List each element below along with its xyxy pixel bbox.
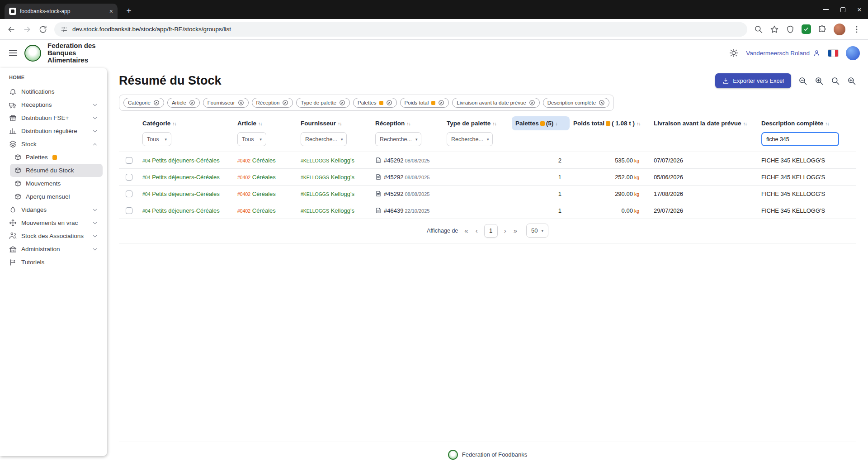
sidebar-item-tutoriels[interactable]: Tutoriels	[5, 256, 103, 269]
hamburger-menu-icon[interactable]	[8, 48, 18, 58]
new-tab-button[interactable]: +	[123, 5, 135, 17]
row-checkbox[interactable]	[126, 174, 132, 181]
tab-title: foodbanks-stock-app	[20, 8, 106, 14]
sidebar-item-stock[interactable]: Stock	[5, 138, 103, 151]
remove-filter-icon[interactable]	[339, 100, 345, 106]
remove-filter-icon[interactable]	[189, 100, 195, 106]
window-minimize-button[interactable]	[823, 9, 829, 10]
forward-button[interactable]	[23, 25, 32, 34]
browser-profile-avatar[interactable]	[834, 24, 845, 35]
theme-toggle-sun-icon[interactable]	[729, 48, 738, 57]
search-lens-icon[interactable]	[754, 25, 763, 34]
check-extension-icon[interactable]	[802, 24, 811, 34]
filter-chip-type-de-palette[interactable]: Type de palette	[296, 98, 350, 108]
table-row[interactable]: #04 Petits déjeuners-Céréales #0402 Céré…	[119, 186, 856, 202]
column-header-article[interactable]: Article↑↓	[234, 116, 297, 130]
remove-filter-icon[interactable]	[238, 100, 244, 106]
sidebar-item-distribution-reguliere[interactable]: Distribution régulière	[5, 124, 103, 138]
sidebar-item-icon	[9, 101, 17, 109]
filter-chip-description-complete[interactable]: Description complète	[543, 98, 609, 108]
table-row[interactable]: #04 Petits déjeuners-Céréales #0402 Céré…	[119, 169, 856, 186]
sidebar-item-resume-du-stock[interactable]: Résumé du Stock	[10, 164, 103, 177]
column-header-palettes[interactable]: Palettes(5)↓	[512, 116, 570, 130]
filter-chip-palettes[interactable]: Palettes	[353, 98, 397, 108]
extensions-puzzle-icon[interactable]	[818, 25, 827, 34]
column-header-poids-total[interactable]: Poids total( 1.08 t )↑↓	[570, 116, 650, 130]
pagination-last-button[interactable]: »	[513, 227, 518, 234]
shield-extension-icon[interactable]	[786, 25, 795, 34]
article-filter-select[interactable]: Tous▾	[237, 132, 266, 146]
sidebar-item-notifications[interactable]: Notifications	[5, 85, 103, 98]
user-menu[interactable]: Vandermeersch Roland	[746, 49, 821, 57]
sidebar-item-receptions[interactable]: Réceptions	[5, 98, 103, 111]
stock-table: Catégorie↑↓ Article↑↓ Fournisseur↑↓ Réce…	[119, 116, 856, 219]
remove-filter-icon[interactable]	[153, 100, 160, 106]
remove-filter-icon[interactable]	[438, 100, 444, 106]
search-icon[interactable]	[831, 76, 840, 86]
filter-chip-article[interactable]: Article	[167, 98, 200, 108]
browser-tab[interactable]: foodbanks-stock-app ×	[5, 4, 118, 19]
filter-chip-categorie[interactable]: Catégorie	[123, 98, 164, 108]
column-header-categorie[interactable]: Catégorie↑↓	[139, 116, 234, 130]
sidebar-item-mouvements[interactable]: Mouvements	[10, 177, 103, 190]
row-checkbox[interactable]	[126, 157, 132, 164]
description-filter-input[interactable]	[761, 132, 839, 146]
table-row[interactable]: #04 Petits déjeuners-Céréales #0402 Céré…	[119, 202, 856, 219]
table-row[interactable]: #04 Petits déjeuners-Céréales #0402 Céré…	[119, 152, 856, 169]
pagination-first-button[interactable]: «	[463, 227, 469, 234]
zoom-in-icon[interactable]	[815, 76, 824, 86]
sidebar-item-mouvements-en-vrac[interactable]: Mouvements en vrac	[5, 216, 103, 229]
row-checkbox[interactable]	[126, 207, 132, 214]
export-excel-button[interactable]: Exporter vers Excel	[715, 73, 791, 88]
sidebar-item-label: Distribution FSE+	[21, 114, 69, 121]
org-logo[interactable]	[24, 45, 41, 62]
pagination-page-1[interactable]: 1	[484, 224, 498, 238]
filter-chip-fournisseur[interactable]: Fournisseur	[203, 98, 249, 108]
sidebar-item-vidanges[interactable]: Vidanges	[5, 203, 103, 216]
sidebar-item-administration[interactable]: Administration	[5, 243, 103, 256]
filter-chip-label: Fournisseur	[208, 100, 235, 105]
page-size-select[interactable]: 50▾	[526, 224, 548, 238]
pagination-prev-button[interactable]: ‹	[475, 227, 479, 234]
window-close-button[interactable]: ×	[857, 6, 862, 14]
language-flag-fr[interactable]	[828, 50, 838, 57]
tab-favicon-icon	[9, 8, 16, 15]
remove-filter-icon[interactable]	[282, 100, 288, 106]
sidebar-item-icon	[9, 88, 17, 95]
reload-button[interactable]	[38, 25, 47, 34]
column-header-description-complete[interactable]: Description complète↑↓	[758, 116, 856, 130]
column-header-fournisseur[interactable]: Fournisseur↑↓	[297, 116, 372, 130]
filter-chip-poids-total[interactable]: Poids total	[400, 98, 449, 108]
category-filter-select[interactable]: Tous▾	[142, 132, 171, 146]
zoom-out-icon[interactable]	[798, 76, 807, 86]
tab-close-icon[interactable]: ×	[109, 8, 113, 15]
reception-filter-select[interactable]: Recherche...▾	[375, 132, 421, 146]
row-checkbox[interactable]	[126, 191, 132, 197]
filter-chip-livraison-avant-la-date-prevue[interactable]: Livraison avant la date prévue	[452, 98, 539, 108]
palette-type-filter-select[interactable]: Recherche...▾	[447, 132, 493, 146]
window-maximize-button[interactable]	[840, 7, 845, 12]
user-avatar[interactable]	[846, 46, 860, 60]
site-info-icon[interactable]	[61, 26, 68, 33]
remove-filter-icon[interactable]	[599, 100, 605, 106]
column-header-livraison-avant-la-date-prevue[interactable]: Livraison avant la date prévue↑↓	[650, 116, 758, 130]
remove-filter-icon[interactable]	[529, 100, 535, 106]
browser-menu-kebab-icon[interactable]	[852, 25, 861, 34]
filter-chip-reception[interactable]: Réception	[252, 98, 293, 108]
bookmark-star-icon[interactable]	[770, 25, 779, 34]
sidebar-item-palettes[interactable]: Palettes	[10, 151, 103, 164]
column-header-reception[interactable]: Réception↑↓	[372, 116, 443, 130]
sidebar-item-distribution-fse[interactable]: Distribution FSE+	[5, 111, 103, 124]
back-button[interactable]	[7, 25, 16, 34]
supplier-filter-select[interactable]: Recherche...▾	[301, 132, 347, 146]
sidebar-item-stock-des-associations[interactable]: Stock des Associations	[5, 229, 103, 243]
palette-badge-icon	[379, 101, 383, 105]
sidebar-item-label: Résumé du Stock	[26, 167, 74, 174]
download-icon	[722, 77, 729, 84]
remove-filter-icon[interactable]	[386, 100, 392, 106]
pagination-next-button[interactable]: ›	[503, 227, 507, 234]
zoom-reset-icon[interactable]	[847, 76, 856, 86]
sidebar-item-apercu-mensuel[interactable]: Aperçu mensuel	[10, 190, 103, 203]
column-header-type-de-palette[interactable]: Type de palette↑↓	[443, 116, 512, 130]
url-bar[interactable]: dev.stock.foodbanksit.be/stock/app/fr-BE…	[54, 22, 747, 37]
